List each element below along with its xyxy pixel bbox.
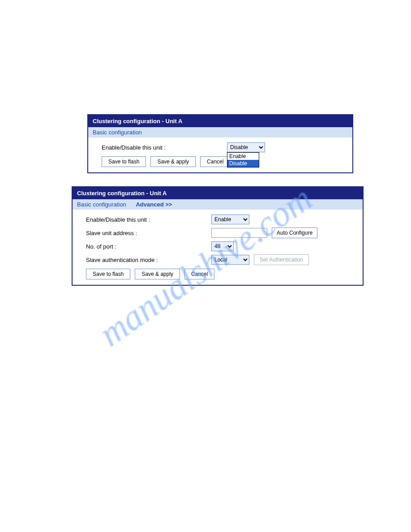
panel-title: Clustering configuration - Unit A bbox=[73, 187, 363, 199]
auth-mode-row: Slave authentication mode : Local Set Au… bbox=[86, 254, 354, 265]
slave-address-input[interactable] bbox=[211, 228, 267, 238]
slave-address-label: Slave unit address : bbox=[86, 230, 211, 236]
enable-disable-row: Enable/Disable this unit : Disable Enabl… bbox=[102, 142, 343, 153]
subheader: Basic configuration bbox=[88, 127, 352, 137]
panel-title: Clustering configuration - Unit A bbox=[88, 115, 352, 127]
auto-configure-button[interactable]: Auto Configure bbox=[272, 227, 317, 238]
save-and-apply-button[interactable]: Save & apply bbox=[150, 156, 196, 167]
tab-basic[interactable]: Basic configuration bbox=[77, 201, 126, 208]
subheader: Basic configuration Advanced >> bbox=[73, 199, 363, 210]
cancel-button[interactable]: Cancel bbox=[184, 269, 214, 279]
tab-basic[interactable]: Basic configuration bbox=[93, 129, 142, 136]
enable-disable-select[interactable]: Enable bbox=[211, 215, 249, 224]
enable-disable-select[interactable]: Disable bbox=[227, 142, 265, 152]
num-port-select[interactable]: 48 bbox=[211, 241, 234, 251]
clustering-config-enabled-panel: Clustering configuration - Unit A Basic … bbox=[72, 186, 364, 286]
enable-disable-row: Enable/Disable this unit : Enable bbox=[86, 214, 354, 225]
button-row: Save to flash Save & apply Cancel bbox=[102, 156, 343, 167]
dropdown-option-enable[interactable]: Enable bbox=[227, 153, 259, 160]
panel-body: Enable/Disable this unit : Enable Slave … bbox=[73, 210, 363, 285]
num-port-row: No. of port : 48 bbox=[86, 241, 354, 252]
save-and-apply-button[interactable]: Save & apply bbox=[135, 269, 180, 279]
save-to-flash-button[interactable]: Save to flash bbox=[102, 156, 146, 167]
set-authentication-button: Set Authentication bbox=[254, 254, 309, 265]
dropdown-option-disable[interactable]: Disable bbox=[227, 160, 259, 167]
button-row: Save to flash Save & apply Cancel bbox=[86, 269, 354, 279]
num-port-label: No. of port : bbox=[86, 243, 211, 250]
enable-disable-label: Enable/Disable this unit : bbox=[102, 144, 227, 151]
auth-mode-label: Slave authentication mode : bbox=[86, 257, 211, 263]
tab-advanced[interactable]: Advanced >> bbox=[136, 201, 172, 208]
save-to-flash-button[interactable]: Save to flash bbox=[86, 269, 130, 279]
enable-disable-dropdown-list: Enable Disable bbox=[227, 152, 259, 167]
cancel-button[interactable]: Cancel bbox=[200, 156, 230, 167]
enable-disable-label: Enable/Disable this unit : bbox=[86, 216, 211, 223]
auth-mode-select[interactable]: Local bbox=[211, 255, 249, 265]
clustering-config-disabled-panel: Clustering configuration - Unit A Basic … bbox=[87, 114, 353, 173]
slave-address-row: Slave unit address : Auto Configure bbox=[86, 227, 354, 238]
panel-body: Enable/Disable this unit : Disable Enabl… bbox=[88, 137, 352, 172]
